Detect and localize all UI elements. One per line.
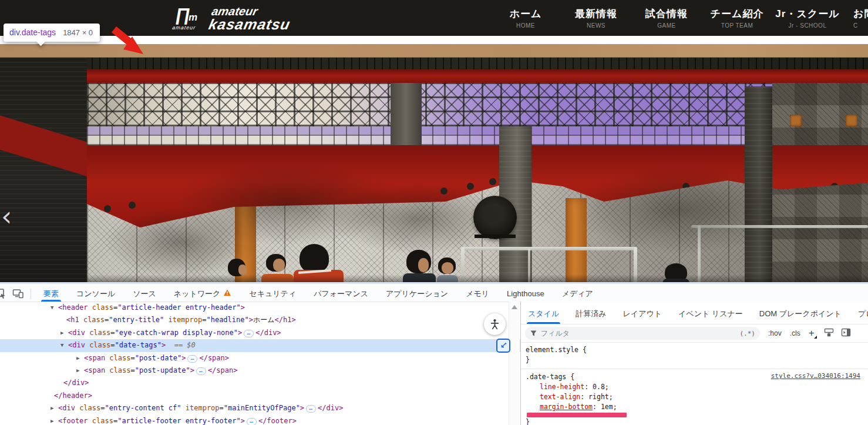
devtools-tab-label: メディア (562, 289, 593, 299)
css-property[interactable]: line-height: 0.8; (526, 382, 864, 392)
nav-item-4[interactable]: チーム紹介TOP TEAM (702, 0, 772, 36)
code-token: > (181, 354, 186, 362)
open-brace: { (578, 346, 587, 354)
styles-filter-row: フィルタ (.*) :hov .cls + (521, 324, 868, 343)
property-name: line-height (540, 383, 584, 391)
rule-selector: element.style { (526, 345, 864, 355)
expand-ellipsis-button[interactable]: … (247, 418, 257, 425)
devtools-tab-10[interactable]: メディア (559, 286, 597, 302)
toggle-hov-button[interactable]: :hov (768, 329, 782, 337)
show-sidebar-icon[interactable] (841, 328, 851, 339)
devtools-tab-6[interactable]: パフォーマンス (310, 286, 372, 302)
styles-tab-6[interactable]: プロパティ (857, 309, 868, 324)
devtools-tab-1[interactable]: 要素 (40, 286, 62, 302)
code-token: <span (84, 366, 105, 374)
css-property[interactable]: margin-bottom: 1em; (526, 402, 864, 412)
tooltip-class: .date-tags (19, 28, 56, 37)
code-token: <h1 (66, 316, 79, 324)
new-style-rule-button[interactable]: + (809, 329, 815, 337)
logo-wordmark: amateur kasamatsu (207, 5, 294, 32)
devtools-tab-3[interactable]: ソース (129, 286, 160, 302)
element-tree-row-4[interactable]: ▼<div class="date-tags"> == $0 (0, 339, 520, 352)
nav-item-sublabel: TOP TEAM (721, 22, 753, 29)
code-token: <footer (58, 417, 88, 425)
nav-item-2[interactable]: 最新情報NEWS (561, 0, 631, 36)
styles-filter-input[interactable]: フィルタ (.*) (525, 327, 760, 340)
devtools-tab-9[interactable]: Lighthouse (503, 286, 548, 302)
collapse-arrow-icon[interactable]: ▼ (60, 339, 68, 352)
elements-scrollbar[interactable] (509, 302, 520, 425)
devtools-tab-label: セキュリティ (249, 289, 296, 299)
code-token: "post-update" (135, 366, 190, 374)
element-tree-row-2[interactable]: <h1 class="entry-title" itemprop="headli… (0, 314, 520, 326)
devtools-tab-5[interactable]: セキュリティ (245, 286, 300, 302)
expand-ellipsis-button[interactable]: … (196, 367, 206, 375)
logo-word-line2: kasamatsu (207, 17, 292, 32)
elements-tree-panel: ▼<header class="article-header entry-hea… (0, 302, 520, 425)
devtools-tab-7[interactable]: アプリケーション (382, 286, 452, 302)
photo-vent (790, 115, 802, 126)
device-toolbar-icon[interactable] (11, 289, 26, 299)
site-nav-menu: ホームHOME最新情報NEWS試合情報GAMEチーム紹介TOP TEAMJr・ス… (490, 0, 868, 36)
element-tree-row-9[interactable]: ▶<div class="entry-content cf" itemprop=… (0, 402, 520, 414)
stylesheet-source-link[interactable]: style.css?v…034016:1494 (771, 372, 860, 380)
styles-tab-2[interactable]: 計算済み (574, 309, 607, 324)
styles-tab-4[interactable]: イベント リスナー (677, 309, 744, 324)
code-token: </div> (255, 329, 281, 337)
inspect-element-icon[interactable] (0, 288, 7, 300)
code-token: = (110, 341, 115, 349)
element-tree-row-7[interactable]: </div> (0, 377, 520, 389)
devtools-tab-2[interactable]: コンソール (73, 286, 119, 302)
expand-arrow-icon[interactable]: ▶ (51, 402, 58, 414)
element-tree-row-5[interactable]: ▶<span class="post-date">…</span> (0, 352, 520, 364)
property-colon: : (580, 393, 588, 401)
tooltip-tag: div (9, 28, 19, 37)
nav-item-3[interactable]: 試合情報GAME (631, 0, 702, 36)
styles-panel: スタイル計算済みレイアウトイベント リスナーDOM ブレークポイントプロパティ … (520, 302, 868, 425)
photo-vent (846, 115, 857, 126)
expand-arrow-icon[interactable]: ▶ (76, 352, 84, 364)
code-token: class (85, 329, 110, 337)
selector-text: element.style (526, 346, 578, 354)
code-token: class (88, 303, 113, 312)
site-logo[interactable]: ∏m amateur amateur kasamatsu (174, 2, 291, 34)
css-rule-1: element.style {} (521, 342, 868, 369)
scroll-up-icon[interactable] (512, 302, 517, 309)
devtools-tab-4[interactable]: ネットワーク (170, 286, 235, 302)
element-tree-row-10[interactable]: ▶<footer class="article-footer entry-foo… (0, 415, 520, 425)
logo-mark-small: m (187, 12, 197, 23)
expand-arrow-icon[interactable]: ▶ (76, 364, 84, 377)
expand-ellipsis-button[interactable]: … (306, 405, 316, 413)
code-token: </span> (199, 354, 229, 362)
element-tree-row-6[interactable]: ▶<span class="post-update">…</span> (0, 364, 520, 377)
rendering-emulation-icon[interactable] (824, 328, 834, 339)
accessibility-icon[interactable] (484, 313, 506, 335)
photo-shadow (329, 183, 505, 254)
element-tree-row-1[interactable]: ▼<header class="article-header entry-hea… (0, 302, 520, 314)
regex-toggle[interactable]: (.*) (740, 330, 756, 337)
devtools-tab-8[interactable]: メモリ (462, 286, 493, 302)
css-property[interactable]: text-align: right; (526, 392, 864, 402)
css-rule-2: style.css?v…034016:1494.date-tags {line-… (521, 369, 868, 425)
nav-item-1[interactable]: ホームHOME (490, 0, 561, 36)
code-token: </footer> (258, 417, 297, 425)
expand-ellipsis-button[interactable]: … (187, 355, 197, 363)
css-rules-list: element.style {}style.css?v…034016:1494.… (521, 342, 868, 425)
expand-arrow-icon[interactable]: ▶ (51, 415, 58, 425)
collapse-arrow-icon[interactable]: ▼ (51, 302, 58, 314)
nav-item-6[interactable]: お問C (843, 0, 868, 36)
styles-tab-3[interactable]: レイアウト (622, 309, 664, 324)
ai-assist-icon[interactable] (496, 339, 510, 353)
carousel-prev-button[interactable]: ‹ (1, 203, 12, 230)
filter-placeholder: フィルタ (541, 329, 570, 339)
element-tree-row-8[interactable]: </header> (0, 390, 520, 402)
property-semicolon: ; (613, 403, 617, 411)
toggle-cls-button[interactable]: .cls (790, 329, 800, 337)
nav-item-5[interactable]: Jr・スクールJr - SCHOOL (772, 0, 843, 36)
nav-item-sublabel: C (853, 22, 858, 29)
styles-tab-5[interactable]: DOM ブレークポイント (758, 309, 843, 324)
element-tree-row-3[interactable]: ▶<div class="eye-catch-wrap display-none… (0, 327, 520, 339)
styles-tab-1[interactable]: スタイル (527, 309, 560, 324)
expand-arrow-icon[interactable]: ▶ (60, 327, 68, 339)
expand-ellipsis-button[interactable]: … (244, 330, 254, 337)
